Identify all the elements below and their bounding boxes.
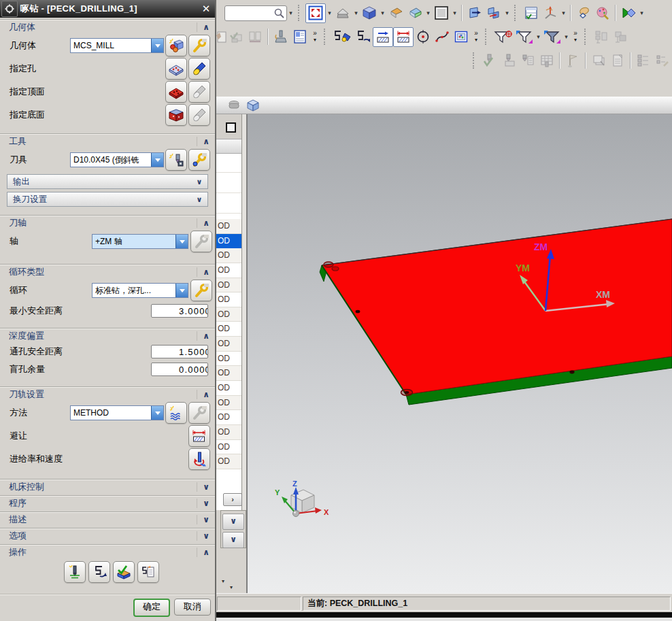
section-options-header[interactable]: 选项 ∨ [0,528,215,543]
navigator-scroll-strip[interactable] [242,114,246,510]
navigator-row[interactable]: OD [216,248,241,263]
orient-view-icon[interactable] [333,4,352,22]
generate-toolpath-button[interactable] [64,561,86,583]
background-color-icon[interactable] [432,4,451,22]
play-diamond-dropdown[interactable]: ▾ [638,4,645,22]
avoidance-button[interactable] [188,425,210,447]
snap-hand-icon[interactable] [574,4,593,22]
search-dropdown[interactable]: ▾ [287,4,295,22]
chevron-up-icon[interactable]: ∧ [197,218,215,228]
output-group[interactable]: 输出 ∨ [7,174,208,189]
chevron-up-icon[interactable]: ∧ [197,22,215,32]
edit-display-icon[interactable] [373,27,393,47]
select-top-face-button[interactable] [165,81,187,103]
navigator-row[interactable]: OD [216,454,241,469]
blind-stock-field[interactable]: 0.0000 [151,363,208,376]
toolbar-overflow[interactable]: »▾ [471,27,482,46]
fit-view-icon[interactable] [305,3,326,23]
display-top-flashlight-button[interactable] [188,81,210,103]
feeds-speeds-button[interactable] [188,448,210,470]
toolbar-overflow[interactable]: »▾ [570,27,581,46]
navigator-row[interactable]: OD [216,292,241,307]
toolbar-handle[interactable] [473,52,478,69]
chevron-up-icon[interactable]: ∧ [197,548,215,557]
filter-light-dropdown[interactable]: ▾ [535,28,542,46]
csys-dropdown[interactable]: ▾ [560,4,567,22]
toolbar-overflow[interactable]: »▾ [309,27,320,46]
operation-navigator-icon[interactable] [522,4,541,22]
chevron-up-icon[interactable]: ∧ [197,137,215,146]
chevron-down-icon[interactable]: ∨ [191,195,207,204]
toolbar-handle[interactable] [298,5,303,21]
chevron-down-icon[interactable]: ∨ [197,531,215,541]
snap-object-icon[interactable] [224,96,243,114]
edit-display-alt-icon[interactable] [393,27,414,47]
display-bottom-flashlight-button[interactable] [188,104,210,126]
postprocess-icon[interactable] [216,28,226,46]
list-toolpath-button[interactable] [137,561,159,583]
through-clearance-field[interactable]: 1.5000 [151,345,208,358]
new-method-button[interactable] [165,402,187,424]
chevron-down-icon[interactable]: ∨ [197,515,215,524]
section-program-header[interactable]: 程序 ∨ [0,495,215,510]
section-cycle-type-header[interactable]: 循环类型 ∧ [0,264,215,279]
shop-docs-icon[interactable] [290,28,309,46]
section-tool-axis-header[interactable]: 刀轴 ∧ [0,215,215,230]
show-toolpath-icon[interactable] [331,28,354,46]
navigator-row[interactable]: OD [216,352,241,367]
image-frame-icon[interactable] [452,28,471,46]
navigator-row[interactable]: OD [216,425,241,440]
replay-toolpath-icon[interactable] [354,28,373,46]
tool-change-group[interactable]: 换刀设置 ∨ [7,192,208,207]
navigator-row[interactable]: OD [216,219,241,234]
replay-toolpath-button[interactable] [88,561,110,583]
clip-section-dropdown[interactable]: ▾ [503,4,511,22]
navigator-row[interactable]: OD [216,440,241,455]
orient-view-dropdown[interactable]: ▾ [352,4,360,22]
section-machine-control-header[interactable]: 机床控制 ∨ [0,479,215,494]
select-holes-button[interactable] [165,58,187,80]
close-icon[interactable]: ✕ [197,3,215,15]
ok-button[interactable]: 确定 [133,599,170,617]
toolbar-handle[interactable] [514,5,520,21]
navigator-row[interactable]: OD [216,322,241,337]
rendering-style-dropdown[interactable]: ▾ [379,4,386,22]
clip-section-alt-icon[interactable] [484,4,503,22]
cycle-select[interactable]: 标准钻，深孔... [92,283,188,298]
filter-crosshair-icon[interactable] [492,28,514,46]
point-circle-icon[interactable] [414,28,433,46]
machine-simulation-icon[interactable] [271,28,290,46]
navigator-row[interactable]: OD [216,410,241,425]
play-diamond-icon[interactable] [619,4,638,22]
section-path-settings-header[interactable]: 刀轨设置 ∧ [0,386,215,401]
section-actions-header[interactable]: 操作 ∧ [0,544,215,559]
filter-dark-dropdown[interactable]: ▾ [562,28,570,46]
navigator-row[interactable]: OD [216,278,241,293]
chevron-down-icon[interactable] [151,153,163,167]
face-analysis-dropdown[interactable]: ▾ [424,4,432,22]
clip-section-icon[interactable] [465,4,484,22]
toolbar-handle[interactable] [324,29,329,45]
select-bottom-face-button[interactable] [165,104,187,126]
dialog-title-bar[interactable]: 啄钻 - [PECK_DRILLING_1] ✕ [0,0,215,18]
chevron-up-icon[interactable]: ∧ [197,390,215,399]
spline-icon[interactable] [433,28,452,46]
chevron-down-icon[interactable] [175,235,188,248]
display-holes-flashlight-button[interactable] [188,58,210,80]
edit-cycle-wrench-button[interactable] [190,280,212,301]
cube-translucent-icon[interactable] [243,96,263,114]
chevron-down-icon[interactable] [151,39,163,52]
navigator-row[interactable]: OD [216,307,241,322]
rendering-style-icon[interactable] [360,4,379,22]
overflow-caret[interactable]: ▾ [222,578,224,584]
navigator-row[interactable]: OD [216,263,241,278]
toolbar-handle[interactable] [485,29,490,45]
chevron-up-icon[interactable]: ∧ [197,331,215,341]
bottom-toolbar-overflow[interactable]: ▾ ▾ [220,575,248,592]
graphics-viewport[interactable]: ZM YM XM Z Y [248,114,672,593]
axis-select[interactable]: +ZM 轴 [92,234,188,249]
chevron-down-icon[interactable] [151,406,163,420]
navigator-row[interactable]: OD [216,381,241,396]
background-dropdown[interactable]: ▾ [451,4,458,22]
new-geometry-button[interactable] [165,35,187,56]
